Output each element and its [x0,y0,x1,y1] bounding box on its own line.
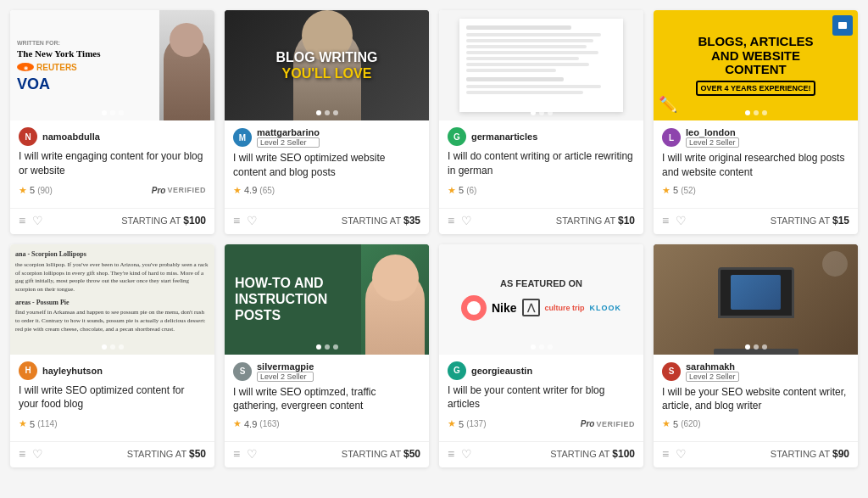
gig-title[interactable]: I will do content writing or article rew… [448,149,635,180]
menu-icon[interactable]: ≡ [448,447,454,461]
gig-title[interactable]: I will write SEO optimized content for y… [19,383,206,414]
starting-price: STARTING AT $90 [771,448,849,460]
gig-card-1[interactable]: WRITTEN FOR: The New York Times ◉ REUTER… [10,10,214,234]
seller-name[interactable]: hayleyhutson [42,366,103,376]
favorite-icon[interactable]: ♡ [676,214,687,227]
card-actions: ≡ ♡ STARTING AT $50 [225,441,429,467]
favorite-icon[interactable]: ♡ [461,214,472,227]
card-image[interactable]: BLOGS, ARTICLESAND WEBSITECONTENT OVER 4… [654,10,858,120]
seller-name[interactable]: georgieaustin [471,366,532,376]
seller-info: MmattgarbarinoLevel 2 Seller [233,127,420,148]
card-actions: ≡ ♡ STARTING AT $90 [654,441,858,467]
rating: ★ 4.9 (163) [233,418,280,429]
seller-info: SsilvermagpieLevel 2 Seller [233,361,420,382]
avatar: G [448,361,466,380]
card-actions: ≡ ♡ STARTING AT $100 [10,208,214,234]
gig-card-3[interactable]: GgermanarticlesI will do content writing… [439,10,643,234]
card-actions: ≡ ♡ STARTING AT $35 [225,208,429,234]
card-actions: ≡ ♡ STARTING AT $50 [10,441,214,467]
seller-info: Ggeorgieaustin [448,361,635,380]
seller-info: Ggermanarticles [448,127,635,146]
gig-card-7[interactable]: AS FEATURED ON Nike ⋀ culture trip KLOOK… [439,244,643,468]
gig-title[interactable]: I will write SEO optimized website conte… [233,151,420,180]
seller-info: Hhayleyhutson [19,361,206,380]
card-image[interactable]: BLOG WRITING YOU'LL LOVE [225,10,429,120]
avatar: H [19,361,37,380]
starting-price: STARTING AT $50 [342,448,420,460]
gig-card-8[interactable]: SsarahmakhLevel 2 SellerI will be your S… [654,244,858,468]
seller-info: SsarahmakhLevel 2 Seller [662,361,849,382]
card-image[interactable]: AS FEATURED ON Nike ⋀ culture trip KLOOK [439,244,643,355]
menu-icon[interactable]: ≡ [19,214,25,227]
avatar: G [448,127,466,146]
avatar: L [662,128,681,147]
seller-name[interactable]: mattgarbarino [257,127,320,137]
avatar: M [233,128,252,147]
menu-icon[interactable]: ≡ [448,214,454,227]
seller-info: Nnamoabdulla [19,127,206,146]
card-actions: ≡ ♡ STARTING AT $15 [654,208,858,234]
card-image[interactable]: WRITTEN FOR: The New York Times ◉ REUTER… [10,10,214,120]
menu-icon[interactable]: ≡ [233,214,240,227]
rating: ★ 5 (114) [19,418,57,429]
menu-icon[interactable]: ≡ [662,214,669,227]
favorite-icon[interactable]: ♡ [32,214,43,227]
avatar: S [662,362,681,381]
rating: ★ 5 (137) [448,418,486,429]
seller-level-badge: Level 2 Seller [686,137,739,148]
seller-level-badge: Level 2 Seller [257,137,320,148]
menu-icon[interactable]: ≡ [233,447,240,461]
card-image[interactable]: ana - Scorpion Lollipops the scorpion lo… [10,244,214,355]
gig-grid: WRITTEN FOR: The New York Times ◉ REUTER… [10,10,858,467]
rating: ★ 5 (90) [19,185,53,196]
gig-card-6[interactable]: HOW-TO ANDINSTRUCTIONPOSTS Ssilvermagpie… [225,244,429,468]
rating: ★ 5 (52) [662,185,696,196]
starting-price: STARTING AT $10 [556,215,635,227]
gig-title[interactable]: I will write original researched blog po… [662,151,849,180]
seller-name[interactable]: germanarticles [471,131,537,142]
pro-verified-badge: Pro VERIFIED [581,419,635,428]
gig-title[interactable]: I will write engaging content for your b… [19,149,206,180]
seller-name[interactable]: namoabdulla [42,131,100,142]
card-actions: ≡ ♡ STARTING AT $10 [439,208,643,234]
seller-level-badge: Level 2 Seller [257,372,314,382]
card-actions: ≡ ♡ STARTING AT $100 [439,441,643,467]
rating: ★ 5 (6) [448,185,476,196]
seller-name[interactable]: sarahmakh [686,361,739,372]
seller-name[interactable]: silvermagpie [257,361,314,372]
card-image[interactable] [439,10,643,120]
card-image[interactable]: HOW-TO ANDINSTRUCTIONPOSTS [225,244,429,355]
seller-level-badge: Level 2 Seller [686,372,739,382]
starting-price: STARTING AT $100 [121,215,206,227]
seller-name[interactable]: leo_london [686,127,739,137]
starting-price: STARTING AT $50 [127,448,206,460]
starting-price: STARTING AT $15 [771,215,849,227]
seller-info: Lleo_londonLevel 2 Seller [662,127,849,148]
favorite-icon[interactable]: ♡ [32,447,43,461]
pro-verified-badge: Pro VERIFIED [152,186,206,195]
favorite-icon[interactable]: ♡ [247,447,258,461]
menu-icon[interactable]: ≡ [19,447,25,461]
gig-title[interactable]: I will write SEO optimzed, traffic gathe… [233,385,420,414]
card-image[interactable] [654,244,858,355]
gig-card-5[interactable]: ana - Scorpion Lollipops the scorpion lo… [10,244,214,468]
favorite-icon[interactable]: ♡ [676,447,687,461]
gig-title[interactable]: I will be your SEO website content write… [662,385,849,414]
favorite-icon[interactable]: ♡ [247,214,258,227]
avatar: N [19,127,37,146]
gig-title[interactable]: I will be your content writer for blog a… [448,383,635,414]
favorite-icon[interactable]: ♡ [461,447,472,461]
avatar: S [233,362,252,381]
starting-price: STARTING AT $35 [342,215,420,227]
gig-card-2[interactable]: BLOG WRITING YOU'LL LOVE MmattgarbarinoL… [225,10,429,234]
menu-icon[interactable]: ≡ [662,447,669,461]
starting-price: STARTING AT $100 [550,448,635,460]
gig-card-4[interactable]: BLOGS, ARTICLESAND WEBSITECONTENT OVER 4… [654,10,858,234]
rating: ★ 4.9 (65) [233,185,275,196]
rating: ★ 5 (620) [662,418,700,429]
